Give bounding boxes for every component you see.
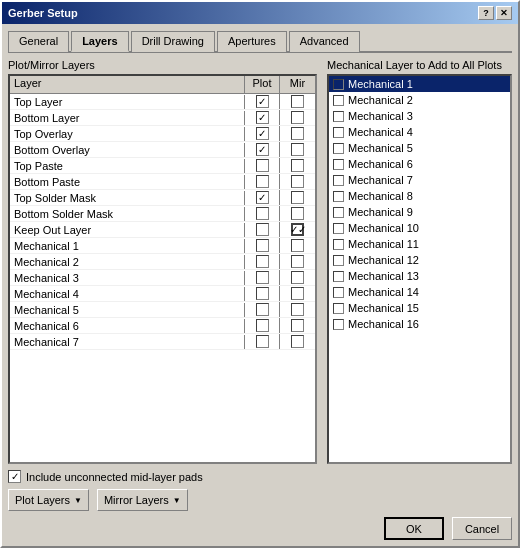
layer-mir-cell[interactable] — [280, 158, 315, 173]
plot-layers-button[interactable]: Plot Layers ▼ — [8, 489, 89, 511]
plot-checkbox[interactable] — [256, 191, 269, 204]
plot-checkbox[interactable] — [256, 303, 269, 316]
layer-mir-cell[interactable] — [280, 94, 315, 109]
layer-plot-cell[interactable] — [245, 286, 280, 301]
layer-plot-cell[interactable] — [245, 238, 280, 253]
layer-mir-cell[interactable] — [280, 142, 315, 157]
layer-plot-cell[interactable] — [245, 318, 280, 333]
list-item[interactable]: Mechanical 16 — [329, 316, 510, 332]
mech-checkbox[interactable] — [333, 159, 344, 170]
mir-checkbox[interactable] — [291, 143, 304, 156]
cancel-button[interactable]: Cancel — [452, 517, 512, 540]
mir-checkbox[interactable] — [291, 239, 304, 252]
layer-plot-cell[interactable] — [245, 94, 280, 109]
mech-checkbox[interactable] — [333, 143, 344, 154]
plot-checkbox[interactable] — [256, 319, 269, 332]
mech-checkbox[interactable] — [333, 175, 344, 186]
mech-checkbox[interactable] — [333, 255, 344, 266]
list-item[interactable]: Mechanical 8 — [329, 188, 510, 204]
mech-checkbox[interactable] — [333, 111, 344, 122]
layer-plot-cell[interactable] — [245, 302, 280, 317]
tab-general[interactable]: General — [8, 31, 69, 52]
layer-mir-cell[interactable] — [280, 286, 315, 301]
layer-mir-cell[interactable] — [280, 206, 315, 221]
layer-plot-cell[interactable] — [245, 126, 280, 141]
layer-mir-cell[interactable] — [280, 126, 315, 141]
layer-mir-cell[interactable]: ✓ — [280, 222, 315, 237]
mir-checkbox[interactable] — [291, 127, 304, 140]
mir-checkbox[interactable] — [291, 207, 304, 220]
list-item[interactable]: Mechanical 14 — [329, 284, 510, 300]
layer-plot-cell[interactable] — [245, 110, 280, 125]
tab-apertures[interactable]: Apertures — [217, 31, 287, 52]
mir-checkbox[interactable] — [291, 111, 304, 124]
include-unconnected-checkbox[interactable] — [8, 470, 21, 483]
list-item[interactable]: Mechanical 12 — [329, 252, 510, 268]
layer-plot-cell[interactable] — [245, 206, 280, 221]
layer-plot-cell[interactable] — [245, 174, 280, 189]
list-item[interactable]: Mechanical 10 — [329, 220, 510, 236]
close-button[interactable]: ✕ — [496, 6, 512, 20]
mir-checkbox[interactable] — [291, 335, 304, 348]
list-item[interactable]: Mechanical 9 — [329, 204, 510, 220]
plot-checkbox[interactable] — [256, 127, 269, 140]
mir-checkbox[interactable] — [291, 95, 304, 108]
layer-mir-cell[interactable] — [280, 254, 315, 269]
mech-checkbox[interactable] — [333, 127, 344, 138]
layer-mir-cell[interactable] — [280, 238, 315, 253]
plot-checkbox[interactable] — [256, 95, 269, 108]
mech-checkbox[interactable] — [333, 287, 344, 298]
layer-mir-cell[interactable] — [280, 334, 315, 349]
mir-checkbox[interactable] — [291, 175, 304, 188]
layer-mir-cell[interactable] — [280, 110, 315, 125]
ok-button[interactable]: OK — [384, 517, 444, 540]
layer-plot-cell[interactable] — [245, 334, 280, 349]
mech-checkbox[interactable] — [333, 239, 344, 250]
plot-checkbox[interactable] — [256, 159, 269, 172]
layer-mir-cell[interactable] — [280, 190, 315, 205]
mir-checkbox[interactable] — [291, 159, 304, 172]
list-item[interactable]: Mechanical 6 — [329, 156, 510, 172]
list-item[interactable]: Mechanical 7 — [329, 172, 510, 188]
list-item[interactable]: Mechanical 13 — [329, 268, 510, 284]
mir-checkbox[interactable] — [291, 303, 304, 316]
plot-checkbox[interactable] — [256, 335, 269, 348]
mech-checkbox[interactable] — [333, 223, 344, 234]
plot-checkbox[interactable] — [256, 223, 269, 236]
mir-checkbox[interactable] — [291, 271, 304, 284]
plot-checkbox[interactable] — [256, 207, 269, 220]
mech-checkbox[interactable] — [333, 319, 344, 330]
mir-checkbox[interactable] — [291, 255, 304, 268]
layer-plot-cell[interactable] — [245, 158, 280, 173]
mir-checkbox[interactable]: ✓ — [291, 223, 304, 236]
list-item[interactable]: Mechanical 5 — [329, 140, 510, 156]
list-item[interactable]: Mechanical 15 — [329, 300, 510, 316]
mech-checkbox[interactable] — [333, 207, 344, 218]
mir-checkbox[interactable] — [291, 319, 304, 332]
plot-checkbox[interactable] — [256, 239, 269, 252]
layer-plot-cell[interactable] — [245, 190, 280, 205]
list-item[interactable]: Mechanical 3 — [329, 108, 510, 124]
list-item[interactable]: Mechanical 11 — [329, 236, 510, 252]
tab-advanced[interactable]: Advanced — [289, 31, 360, 52]
list-item[interactable]: Mechanical 4 — [329, 124, 510, 140]
mech-checkbox[interactable] — [333, 79, 344, 90]
layer-plot-cell[interactable] — [245, 222, 280, 237]
layer-mir-cell[interactable] — [280, 270, 315, 285]
layer-plot-cell[interactable] — [245, 254, 280, 269]
mir-checkbox[interactable] — [291, 191, 304, 204]
list-item[interactable]: Mechanical 1 — [329, 76, 510, 92]
layer-plot-cell[interactable] — [245, 142, 280, 157]
plot-checkbox[interactable] — [256, 255, 269, 268]
plot-checkbox[interactable] — [256, 271, 269, 284]
layer-mir-cell[interactable] — [280, 318, 315, 333]
layer-mir-cell[interactable] — [280, 302, 315, 317]
tab-drill-drawing[interactable]: Drill Drawing — [131, 31, 215, 52]
plot-checkbox[interactable] — [256, 175, 269, 188]
help-button[interactable]: ? — [478, 6, 494, 20]
plot-checkbox[interactable] — [256, 287, 269, 300]
mech-checkbox[interactable] — [333, 303, 344, 314]
mirror-layers-button[interactable]: Mirror Layers ▼ — [97, 489, 188, 511]
mech-checkbox[interactable] — [333, 95, 344, 106]
list-item[interactable]: Mechanical 2 — [329, 92, 510, 108]
